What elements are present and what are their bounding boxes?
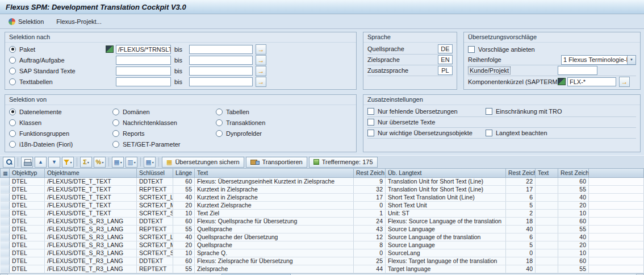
komponente-input[interactable]: FLX-*: [567, 77, 616, 86]
dropdown-caret-icon[interactable]: ▼: [627, 56, 635, 64]
paket-radio[interactable]: [9, 46, 16, 53]
table-row[interactable]: DTEL /FLEXUS/DTE_T_TEXT SCRTEXT_S 10 Tex…: [1, 209, 644, 217]
column-header-ueb-langtext[interactable]: Üb. Langtext: [386, 169, 506, 177]
cell-text-2[interactable]: [536, 265, 558, 273]
row-selector[interactable]: [1, 185, 10, 193]
klassen-radio[interactable]: [9, 119, 16, 126]
cell-ueb-langtext[interactable]: Translation Unit for Short Text (Line): [386, 177, 506, 185]
cell-text-2[interactable]: [536, 249, 558, 257]
option-nachrichtenklassen[interactable]: Nachrichtenklassen: [112, 117, 216, 128]
option-tabellen[interactable]: Tabellen: [216, 106, 312, 117]
einschraenkung-tro-checkbox[interactable]: [486, 108, 492, 115]
sap-standard-from-input[interactable]: [116, 66, 171, 76]
column-header-laenge[interactable]: Länge: [173, 169, 195, 177]
column-header-text[interactable]: Text: [195, 169, 354, 177]
table-row[interactable]: DTEL /FLEXUS/DTE_T_R3_LANG REPTEXT 55 Zi…: [1, 265, 644, 273]
table-row[interactable]: DTEL /FLEXUS/DTE_S_R3_LANG SCRTEXT_L 40 …: [1, 233, 644, 241]
column-header-rest-zeich-3[interactable]: Rest Zeich: [558, 169, 589, 177]
funktionsgruppen-radio[interactable]: [9, 130, 16, 137]
paket-from-input[interactable]: /FLEXUS/*TRNSLT*: [116, 45, 171, 54]
komponente-matchcode-icon[interactable]: [558, 78, 566, 85]
views-button[interactable]: ▥▾: [126, 157, 137, 168]
cell-ueb-langtext[interactable]: Flexus: Source Language of the translati…: [386, 217, 506, 225]
sap-standard-radio[interactable]: [9, 68, 16, 74]
cell-ueb-langtext[interactable]: Source Language of the translation: [386, 233, 506, 241]
layout-button[interactable]: ▦▾: [144, 157, 156, 168]
cell-text-2[interactable]: [536, 257, 558, 265]
auftrag-multiselect-button[interactable]: →: [256, 55, 266, 65]
row-selector[interactable]: [1, 257, 10, 265]
cell-ueb-langtext[interactable]: Source Language: [386, 241, 506, 249]
texttabellen-multiselect-button[interactable]: →: [256, 77, 266, 87]
sap-standard-multiselect-button[interactable]: →: [256, 66, 266, 76]
zielsprache-input[interactable]: EN: [438, 55, 453, 64]
datenelemente-radio[interactable]: [9, 109, 16, 115]
option-dynprofelder[interactable]: Dynprofelder: [216, 128, 312, 139]
i18n-dateien-radio[interactable]: [9, 141, 16, 148]
komponente-multiselect-button[interactable]: →: [619, 77, 630, 87]
table-row[interactable]: DTEL /FLEXUS/DTE_S_R3_LANG DDTEXT 60 Fle…: [1, 217, 644, 225]
vorschlaege-anbieten-checkbox[interactable]: [468, 46, 475, 53]
option-i18n-dateien[interactable]: i18n-Dateien (Fiori): [9, 139, 112, 149]
table-row[interactable]: DTEL /FLEXUS/DTE_T_TEXT SCRTEXT_L 40 Kur…: [1, 193, 644, 201]
column-header-text-2[interactable]: Text: [536, 169, 558, 177]
reports-radio[interactable]: [112, 130, 119, 137]
cell-ueb-langtext[interactable]: Short Text Unit: [386, 201, 506, 209]
column-header-rest-zeich-2[interactable]: Rest Zeich: [506, 169, 536, 177]
transaktionen-radio[interactable]: [216, 119, 223, 126]
hit-count-button[interactable]: Treffermenge: 175: [309, 157, 378, 168]
cell-text-2[interactable]: [536, 225, 558, 233]
nur-uebersetzte-checkbox[interactable]: [367, 119, 374, 126]
transport-button[interactable]: Transportieren: [246, 157, 307, 168]
option-transaktionen[interactable]: Transaktionen: [216, 117, 312, 128]
nachrichtenklassen-radio[interactable]: [112, 119, 119, 126]
nur-wichtige-checkbox[interactable]: [367, 130, 374, 136]
auftrag-to-input[interactable]: [189, 56, 253, 65]
option-domaenen[interactable]: Domänen: [112, 106, 216, 117]
set-get-parameter-radio[interactable]: [112, 141, 119, 148]
horizontal-scrollbar[interactable]: ◀ ▶: [0, 273, 644, 275]
option-klassen[interactable]: Klassen: [9, 117, 112, 128]
cell-ueb-langtext[interactable]: Unit: ST: [386, 209, 506, 217]
table-row[interactable]: DTEL /FLEXUS/DTE_T_R3_LANG DDTEXT 60 Fle…: [1, 257, 644, 265]
cell-text-2[interactable]: [536, 217, 558, 225]
table-row[interactable]: DTEL /FLEXUS/DTE_S_R3_LANG REPTEXT 55 Qu…: [1, 225, 644, 233]
filter-button[interactable]: ▾: [62, 157, 74, 168]
cell-text-2[interactable]: [536, 201, 558, 209]
option-set-get-parameter[interactable]: SET/GET-Parameter: [112, 139, 216, 149]
paket-multiselect-button[interactable]: →: [256, 44, 266, 55]
cell-ueb-langtext[interactable]: Target language: [386, 265, 506, 273]
table-row[interactable]: DTEL /FLEXUS/DTE_T_TEXT SCRTEXT_M 20 Kur…: [1, 201, 644, 209]
cell-text-2[interactable]: [536, 177, 558, 185]
multiple-selection-active-icon[interactable]: [106, 45, 114, 53]
auftrag-radio[interactable]: [9, 57, 16, 64]
sort-ascending-button[interactable]: ▲: [35, 157, 47, 168]
cell-text-2[interactable]: [536, 241, 558, 249]
save-translations-button[interactable]: ▦ Übersetzungen sichern: [162, 157, 244, 168]
reihenfolge-dropdown[interactable]: 1 Flexus Terminologie-P... ▼: [561, 55, 636, 65]
domaenen-radio[interactable]: [112, 109, 119, 115]
cell-text-2[interactable]: [536, 193, 558, 201]
cell-ueb-langtext[interactable]: Flexus: Target language of the translati…: [386, 257, 506, 265]
row-selector[interactable]: [1, 225, 10, 233]
row-selector[interactable]: [1, 241, 10, 249]
column-header-schluessel[interactable]: Schlüssel: [137, 169, 173, 177]
cell-ueb-langtext[interactable]: Short Text Translation Unit (Line): [386, 193, 506, 201]
average-button[interactable]: %▾: [94, 157, 106, 168]
row-selector[interactable]: [1, 193, 10, 201]
option-reports[interactable]: Reports: [112, 128, 216, 139]
row-selector[interactable]: [1, 217, 10, 225]
cell-ueb-langtext[interactable]: Translation Unit for Short Text (Line): [386, 185, 506, 193]
row-selector[interactable]: [1, 249, 10, 257]
texttabellen-from-input[interactable]: [116, 77, 171, 86]
select-all-header[interactable]: ▦: [1, 169, 10, 177]
cell-text-2[interactable]: [536, 209, 558, 217]
cell-text-2[interactable]: [536, 233, 558, 241]
quellsprache-input[interactable]: DE: [438, 44, 453, 53]
column-header-objekttyp[interactable]: Objekttyp: [10, 169, 45, 177]
row-selector[interactable]: [1, 177, 10, 185]
details-button[interactable]: [3, 157, 15, 168]
cell-text-2[interactable]: [536, 185, 558, 193]
langtext-beachten-checkbox[interactable]: [486, 130, 492, 136]
table-row[interactable]: DTEL /FLEXUS/DTE_T_TEXT REPTEXT 55 Kurzt…: [1, 185, 644, 193]
